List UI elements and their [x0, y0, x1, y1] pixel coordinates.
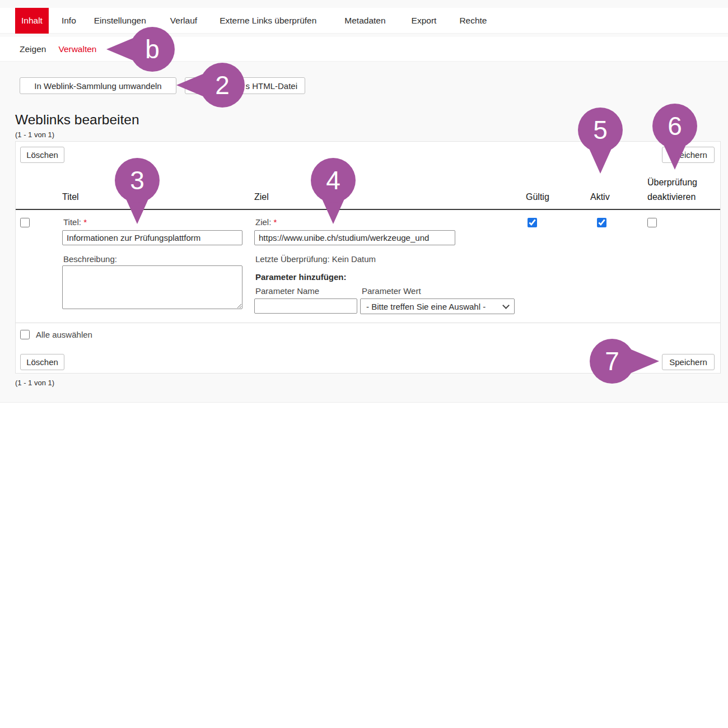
parameter-name-input[interactable]: [254, 298, 357, 314]
row-select-checkbox[interactable]: [20, 218, 30, 227]
annotation-pin-7-label: 7: [605, 347, 619, 376]
subtab-zeigen[interactable]: Zeigen: [20, 44, 46, 54]
ziel-label-text: Ziel:: [255, 217, 271, 227]
convert-to-weblink-collection-button[interactable]: In Weblink-Sammlung umwandeln: [20, 77, 176, 94]
save-button-bottom[interactable]: Speichern: [662, 354, 715, 370]
delete-button-top[interactable]: Löschen: [20, 147, 64, 163]
annotation-pin-4-label: 4: [326, 166, 340, 195]
annotation-pin-6: 6: [652, 104, 697, 170]
parameter-hinzufuegen-label: Parameter hinzufügen:: [255, 272, 347, 282]
column-header-gueltig: Gültig: [526, 192, 549, 202]
annotation-pin-b: b: [106, 27, 175, 72]
ziel-input[interactable]: [254, 230, 455, 245]
parameter-wert-select[interactable]: - Bitte treffen Sie eine Auswahl -: [360, 298, 515, 314]
gueltig-checkbox[interactable]: [528, 218, 537, 227]
result-count-bottom: (1 - 1 von 1): [15, 379, 54, 387]
required-asterisk: *: [274, 217, 277, 227]
column-header-aktiv: Aktiv: [590, 192, 610, 202]
annotation-pin-5-label: 5: [593, 115, 608, 144]
beschreibung-textarea[interactable]: [62, 265, 242, 309]
column-header-titel: Titel: [62, 192, 79, 202]
result-count-top: (1 - 1 von 1): [15, 130, 54, 139]
select-all-checkbox[interactable]: [20, 330, 30, 339]
tab-metadaten[interactable]: Metadaten: [338, 8, 391, 34]
annotation-pin-3: 3: [115, 158, 160, 224]
annotation-pin-6-label: 6: [668, 111, 682, 141]
annotation-pin-5: 5: [578, 108, 623, 174]
subtab-verwalten[interactable]: Verwalten: [58, 44, 96, 54]
tab-info[interactable]: Info: [55, 8, 82, 34]
column-header-ueberpruefung-line1: Überprüfung: [647, 175, 697, 190]
annotation-pin-3-label: 3: [130, 166, 144, 195]
column-header-ziel: Ziel: [254, 192, 269, 202]
column-header-ueberpruefung-deaktivieren: Überprüfung deaktivieren: [647, 175, 697, 204]
annotation-pin-4: 4: [311, 158, 356, 224]
annotation-pin-2: 2: [176, 63, 245, 108]
page-title: Weblinks bearbeiten: [15, 112, 139, 128]
tab-rechte[interactable]: Rechte: [453, 8, 493, 34]
aktiv-checkbox[interactable]: [597, 218, 606, 227]
parameter-name-label: Parameter Name: [255, 286, 319, 296]
delete-button-bottom[interactable]: Löschen: [20, 354, 64, 370]
select-all-label: Alle auswählen: [36, 330, 92, 339]
annotation-pin-2-label: 2: [215, 71, 230, 100]
beschreibung-label: Beschreibung:: [63, 254, 117, 264]
column-header-ueberpruefung-line2: deaktivieren: [647, 190, 697, 204]
parameter-wert-select-wrap: - Bitte treffen Sie eine Auswahl -: [360, 298, 515, 314]
ziel-field-label: Ziel: *: [255, 217, 277, 227]
letzte-ueberpruefung-text: Letzte Überprüfung: Kein Datum: [255, 254, 376, 264]
ueberpruefung-deaktivieren-checkbox[interactable]: [647, 218, 657, 227]
titel-field-label: Titel: *: [63, 217, 87, 227]
parameter-wert-label: Parameter Wert: [362, 286, 421, 296]
tab-inhalt[interactable]: Inhalt: [15, 8, 49, 34]
row-divider: [16, 323, 720, 323]
titel-input[interactable]: [62, 230, 242, 245]
tab-externe-links-ueberpruefen[interactable]: Externe Links überprüfen: [213, 8, 323, 34]
annotation-pin-7: 7: [590, 339, 659, 384]
required-asterisk: *: [83, 217, 87, 227]
titel-label-text: Titel:: [63, 217, 81, 227]
weblinks-manage-page: Inhalt Info Einstellungen Verlauf Extern…: [0, 0, 728, 728]
tab-export[interactable]: Export: [405, 8, 443, 34]
annotation-pin-b-label: b: [145, 35, 160, 64]
